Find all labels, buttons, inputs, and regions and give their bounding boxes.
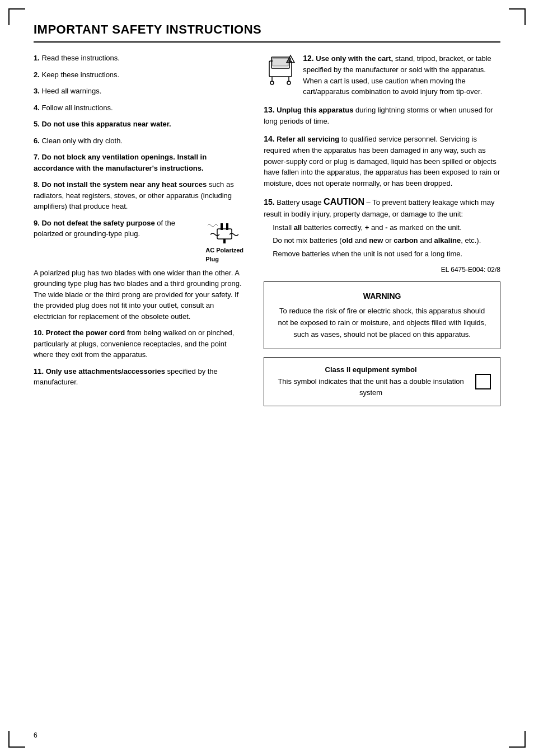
svg-rect-1 xyxy=(221,223,223,230)
corner-mark-bl xyxy=(8,731,25,748)
list-item-14: 14. Refer all servicing to qualified ser… xyxy=(264,133,500,189)
class2-symbol-icon xyxy=(475,374,491,389)
list-item-15: 15. Battery usage CAUTION – To prevent b… xyxy=(264,195,500,259)
class2-box: Class II equipment symbol This symbol in… xyxy=(264,357,500,406)
list-item-12: 12. Use only with the cart, stand, tripo… xyxy=(264,53,500,97)
two-column-layout: 1. Read these instructions. 2. Keep thes… xyxy=(34,53,500,406)
corner-mark-br xyxy=(509,731,526,748)
svg-rect-2 xyxy=(226,223,228,230)
list-item: 1. Read these instructions. xyxy=(34,53,247,64)
list-item-10: 10. Protect the power cord from being wa… xyxy=(34,327,247,360)
list-item-7: 7. Do not block any ventilation openings… xyxy=(34,152,247,173)
list-item: 3. Heed all warnings. xyxy=(34,86,247,97)
list-item-9: 9. Do not defeat the safety purpose of t… xyxy=(34,218,247,322)
list-item-5: 5. Do not use this apparatus near water. xyxy=(34,119,247,130)
list-item-11: 11. Only use attachments/accessories spe… xyxy=(34,366,247,388)
page-title: IMPORTANT SAFETY INSTRUCTIONS xyxy=(34,22,500,43)
left-column: 1. Read these instructions. 2. Keep thes… xyxy=(34,53,247,406)
corner-mark-tr xyxy=(509,8,526,25)
corner-mark-tl xyxy=(8,8,25,25)
ac-plug-label: AC PolarizedPlug xyxy=(205,246,243,264)
ac-plug-icon xyxy=(205,218,244,246)
cart-icon xyxy=(264,53,297,86)
list-item-8: 8. Do not install the system near any he… xyxy=(34,179,247,212)
list-item-13: 13. Unplug this apparatus during lightni… xyxy=(264,104,500,127)
warning-title: WARNING xyxy=(275,290,489,302)
svg-rect-3 xyxy=(223,239,226,243)
class2-title: Class II equipment symbol xyxy=(325,365,417,374)
el-number: EL 6475-E004: 02/8 xyxy=(264,266,500,274)
list-item: 6. Clean only with dry cloth. xyxy=(34,135,247,147)
svg-rect-6 xyxy=(273,58,288,66)
list-item: 2. Keep these instructions. xyxy=(34,69,247,81)
warning-box: WARNING To reduce the risk of fire or el… xyxy=(264,281,500,349)
right-column: 12. Use only with the cart, stand, tripo… xyxy=(264,53,500,406)
page: IMPORTANT SAFETY INSTRUCTIONS 1. Read th… xyxy=(0,0,534,756)
ac-plug-box: AC PolarizedPlug xyxy=(202,218,247,264)
page-number: 6 xyxy=(34,731,38,739)
list-item: 4. Follow all instructions. xyxy=(34,102,247,114)
svg-point-12 xyxy=(290,61,291,62)
class2-description: This symbol indicates that the unit has … xyxy=(278,377,463,397)
warning-text: To reduce the risk of fire or electric s… xyxy=(275,306,489,340)
